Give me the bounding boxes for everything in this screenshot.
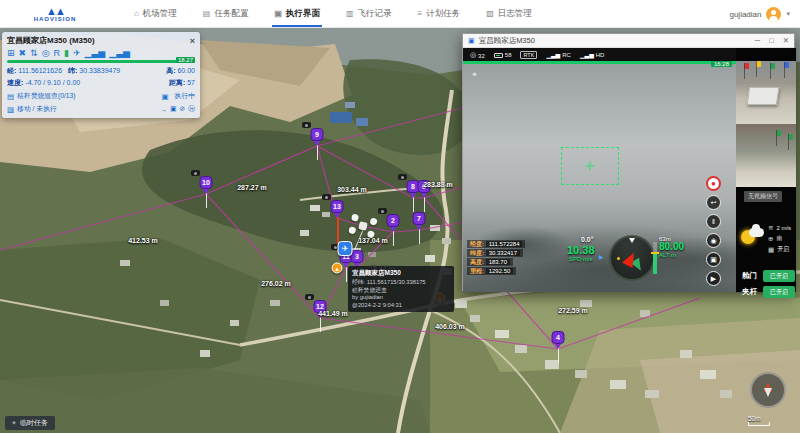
attach-icon[interactable]: ⊘ bbox=[180, 105, 186, 113]
username: gujiadian bbox=[729, 10, 761, 19]
nav-scheduled-tasks[interactable]: ≡ 计划任务 bbox=[418, 0, 461, 27]
close-button[interactable]: ✕ bbox=[783, 36, 789, 45]
app-logo[interactable]: ▲▲ HAOVISION bbox=[0, 6, 110, 22]
tracking-box[interactable] bbox=[561, 147, 619, 185]
video-window-titlebar[interactable]: ▣ 宜昌顾家店M350 ─ □ ✕ bbox=[463, 34, 794, 48]
wind-icon: ≋ bbox=[768, 224, 773, 232]
hatch-label: 舱门 bbox=[742, 271, 757, 281]
weather-status: 开启 bbox=[777, 245, 789, 254]
gimbal-reset-icon[interactable]: ⌖ bbox=[472, 69, 477, 80]
aircraft-body bbox=[358, 221, 367, 230]
dock-camera-thumbnail[interactable] bbox=[736, 61, 796, 124]
photo-button[interactable]: ◉ bbox=[706, 233, 721, 248]
lon-label: 经: bbox=[7, 67, 16, 74]
drift-arrow-icon: ▶ bbox=[599, 253, 604, 260]
waypoint-number: 4 bbox=[552, 331, 565, 344]
speed-value: -4.70 / 9.10 / 0.00 bbox=[25, 79, 80, 86]
no-signal-badge: 无视频信号 bbox=[744, 191, 782, 202]
marker-tail bbox=[555, 344, 561, 352]
battery-icon: ▮ bbox=[64, 48, 69, 58]
feed-alt: 183.70 bbox=[486, 259, 510, 265]
waypoint-marker-7[interactable]: 7 bbox=[412, 212, 426, 232]
hover-icon[interactable]: Ⓗ bbox=[188, 104, 195, 114]
hd-signal-icon: ▁▃▅ bbox=[109, 48, 130, 58]
hatch-open-button[interactable]: 已开启 bbox=[763, 270, 795, 282]
side-panel: 无视频信号 ≋2 m/s ⊕南 ▦开启 舱门 已开启 夹杆 已开启 bbox=[736, 48, 796, 292]
waypoint-number: 13 bbox=[331, 200, 344, 213]
speed-readout: 10.38 SPD m/s bbox=[567, 245, 595, 262]
rtk-icon[interactable]: R bbox=[54, 48, 61, 58]
pause-button[interactable]: ‖ bbox=[706, 214, 721, 229]
hd-signal-icon: ▁▃▅ bbox=[580, 51, 594, 58]
waypoint-marker-13[interactable]: 13 bbox=[330, 200, 344, 220]
map-compass[interactable] bbox=[750, 372, 786, 408]
temp-task-button[interactable]: ⌖ 临时任务 bbox=[5, 416, 55, 430]
feed-lat: 30.332417 bbox=[486, 250, 520, 256]
drone-icon[interactable]: ✖ bbox=[19, 48, 27, 58]
frame-icon[interactable]: ▣ bbox=[170, 105, 176, 113]
plane-icon[interactable]: ✈ bbox=[73, 48, 81, 58]
status-icon: ▦ bbox=[768, 246, 774, 254]
nav-execution-view[interactable]: ▣ 执行界面 bbox=[274, 0, 320, 27]
weather-icon bbox=[740, 226, 766, 248]
waypoint-marker-4[interactable]: 4 bbox=[551, 331, 565, 351]
mode-icon: ▨ bbox=[7, 105, 14, 114]
battery-percent: 58 bbox=[505, 52, 512, 58]
satellite-icon[interactable]: ◎ bbox=[42, 48, 50, 58]
close-icon[interactable]: × bbox=[190, 36, 195, 46]
distance-value: 57 bbox=[187, 79, 195, 86]
camera-action-icon bbox=[398, 174, 407, 180]
list-icon: ≡ bbox=[418, 9, 423, 18]
distance-label: 距离: bbox=[169, 79, 185, 86]
popup-time: @2024-2-2 9:04:31 bbox=[352, 302, 450, 310]
brand-name: HAOVISION bbox=[34, 16, 77, 22]
nav-log-management[interactable]: ▧ 日志管理 bbox=[486, 0, 532, 27]
video-button[interactable]: ▶ bbox=[706, 271, 721, 286]
flight-time-badge: 18.27 bbox=[176, 57, 195, 63]
screenshot-button[interactable]: ▣ bbox=[706, 252, 721, 267]
send-icon[interactable]: → bbox=[160, 106, 167, 113]
wind-direction: 南 bbox=[776, 234, 782, 243]
home-icon: ⌂ bbox=[134, 9, 139, 18]
battery-icon bbox=[494, 53, 503, 58]
waypoint-marker-10[interactable]: 10 bbox=[199, 176, 213, 196]
waypoint-number: 10 bbox=[200, 176, 213, 189]
dock-marker[interactable]: ✈ bbox=[338, 241, 353, 256]
marker-tail bbox=[334, 213, 340, 221]
return-button[interactable]: ↩ bbox=[706, 195, 721, 210]
nav-airport-management[interactable]: ⌂ 机场管理 bbox=[134, 0, 177, 27]
feed-mileage: 1292.50 bbox=[486, 268, 514, 274]
marker-tail bbox=[203, 189, 209, 197]
wind-speed: 2 m/s bbox=[776, 225, 791, 231]
waypoint-marker-9[interactable]: 9 bbox=[310, 128, 324, 148]
alert-marker[interactable]: ▲ bbox=[332, 263, 343, 274]
marker-tail bbox=[416, 225, 422, 233]
nav-task-config[interactable]: ▤ 任务配置 bbox=[203, 0, 249, 27]
popup-mission: 秸秆焚烧巡查 bbox=[352, 287, 450, 295]
minimize-button[interactable]: ─ bbox=[755, 36, 760, 45]
camera-feed[interactable]: ⌖ 经度: 111.572284 纬度: 30.332417 高度: 183.7… bbox=[463, 64, 736, 292]
updown-icon[interactable]: ⇅ bbox=[30, 48, 38, 58]
feed-lon: 111.572284 bbox=[486, 241, 523, 247]
aircraft-marker[interactable] bbox=[348, 214, 378, 239]
grid-icon[interactable]: ⊞ bbox=[7, 48, 15, 58]
rotor-icon bbox=[369, 217, 377, 225]
ground-camera-thumbnail[interactable] bbox=[736, 124, 796, 187]
user-menu[interactable]: gujiadian ▾ bbox=[729, 0, 790, 28]
waypoint-number: 2 bbox=[387, 214, 400, 227]
camera-action-icon bbox=[378, 208, 387, 214]
dock-info-popup: 宜昌顾家店M350 经纬: 111.561715/30.338175 秸秆焚烧巡… bbox=[348, 266, 454, 312]
nav-label: 执行界面 bbox=[286, 8, 320, 20]
waypoint-marker-2[interactable]: 2 bbox=[386, 214, 400, 234]
lon-value: 111.56121626 bbox=[18, 67, 62, 74]
mission-name[interactable]: 秸秆焚烧巡查(0/13) bbox=[17, 91, 76, 101]
file-icon: ▧ bbox=[486, 9, 494, 18]
clamp-open-button[interactable]: 已开启 bbox=[763, 286, 795, 298]
mission-icon: ▤ bbox=[7, 92, 14, 101]
feed-telemetry: 经度: 111.572284 纬度: 30.332417 高度: 183.70 … bbox=[467, 240, 525, 275]
temp-task-label: 临时任务 bbox=[20, 418, 48, 428]
record-button[interactable]: ● bbox=[706, 176, 721, 191]
maximize-button[interactable]: □ bbox=[769, 36, 774, 45]
nav-flight-records[interactable]: ▥ 飞行记录 bbox=[346, 0, 392, 27]
lat-label: 纬: bbox=[68, 67, 77, 74]
